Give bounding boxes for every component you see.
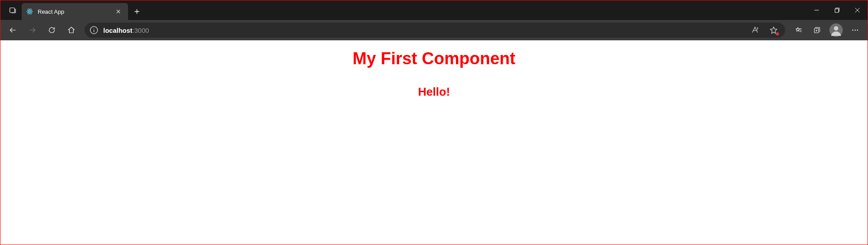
browser-toolbar: localhost:3000 [0,20,868,40]
address-bar[interactable]: localhost:3000 [85,23,785,38]
svg-point-11 [852,30,853,31]
svg-point-7 [93,28,94,29]
notification-dot-icon [776,32,779,35]
read-aloud-button[interactable] [748,23,762,37]
refresh-button[interactable] [43,22,61,38]
svg-rect-5 [835,9,839,12]
tab-actions-button[interactable] [4,0,22,20]
collections-button[interactable] [808,22,826,38]
tab-close-button[interactable] [113,6,124,17]
settings-menu-button[interactable] [846,22,864,38]
site-info-icon[interactable] [89,25,99,35]
toolbar-right [790,22,864,38]
favorites-list-button[interactable] [790,22,807,38]
back-button[interactable] [4,22,22,38]
react-favicon-icon [26,8,33,15]
window-maximize-button[interactable] [827,0,847,20]
address-text: localhost:3000 [103,27,149,34]
window-close-button[interactable] [847,0,868,20]
window-controls [806,0,868,20]
profile-avatar[interactable] [829,23,843,37]
titlebar-drag-region[interactable] [146,0,806,20]
tab-title: React App [38,8,109,15]
page-subheading: Hello! [0,85,868,99]
browser-tab[interactable]: React App [22,3,128,20]
svg-point-10 [834,26,838,31]
address-host: localhost [103,27,132,34]
new-tab-button[interactable] [128,3,146,20]
address-port: :3000 [132,27,149,34]
svg-rect-0 [10,8,15,13]
window-minimize-button[interactable] [806,0,827,20]
svg-point-1 [29,11,31,12]
page-content: My First Component Hello! [0,40,868,245]
svg-point-12 [855,30,856,31]
svg-point-13 [857,30,858,31]
page-heading: My First Component [0,49,868,68]
favorite-button[interactable] [767,23,781,37]
home-button[interactable] [62,22,80,38]
forward-button[interactable] [23,22,41,38]
window-titlebar: React App [0,0,868,20]
